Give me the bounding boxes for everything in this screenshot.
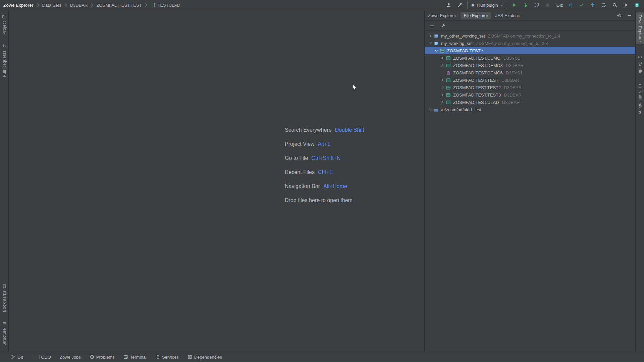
statusbar-terminal[interactable]: Terminal xyxy=(123,355,147,360)
dataset-icon xyxy=(446,93,451,98)
chevron-down-icon[interactable] xyxy=(434,48,439,53)
edit-settings-button[interactable] xyxy=(440,22,447,29)
statusbar-todo[interactable]: TODO xyxy=(32,355,51,360)
add-icon xyxy=(429,23,435,28)
run-configuration-select[interactable]: Run plugin xyxy=(467,1,507,9)
stripe-item-structure[interactable]: Structure xyxy=(1,319,8,348)
stripe-item-notifications[interactable]: Notifications xyxy=(636,82,644,116)
hide-tool-window-button[interactable] xyxy=(626,12,633,19)
left-tool-stripe: ProjectPull Requests BookmarksStructure xyxy=(0,10,9,352)
debug-button[interactable] xyxy=(522,1,529,9)
services-icon xyxy=(155,355,160,359)
add-button[interactable] xyxy=(429,22,435,29)
chevron-down-icon xyxy=(500,3,504,7)
statusbar-zowe-jobs[interactable]: Zowe Jobs xyxy=(60,355,81,360)
tree-item-zosmfad-test-test2[interactable]: ZOSMFAD.TEST.TEST2D3DBAR xyxy=(425,84,635,91)
editor-hint: Recent FilesCtrl+E xyxy=(285,169,364,176)
commit-icon xyxy=(579,2,584,8)
tree-item-zosmfad-test-[interactable]: ZOSMFAD.TEST.* xyxy=(425,47,635,54)
run-button[interactable] xyxy=(511,1,518,9)
chevron-right-icon[interactable] xyxy=(440,100,445,105)
tree-item-my-other-working-set[interactable]: my_other_working_setZOSMFAD on my_connec… xyxy=(425,32,635,40)
search-everywhere-button[interactable] xyxy=(611,1,619,9)
hint-label: Project View xyxy=(285,141,315,147)
breadcrumb-item-zowe-explorer[interactable]: Zowe Explorer xyxy=(3,3,34,8)
editor-hint: Go to FileCtrl+Shift+N xyxy=(285,155,364,162)
run-icon xyxy=(512,2,517,8)
pull-requests-icon xyxy=(2,44,7,49)
tree-item-detail: D3DBAR xyxy=(502,100,520,105)
statusbar-label: Terminal xyxy=(130,355,147,360)
recent-history-button[interactable] xyxy=(600,1,607,9)
hint-shortcut: Alt+1 xyxy=(318,141,330,147)
breadcrumb-item-data-sets[interactable]: Data Sets xyxy=(42,3,61,8)
push-button[interactable] xyxy=(589,1,596,9)
build-button[interactable] xyxy=(456,1,464,9)
stripe-item-gradle[interactable]: Gradle xyxy=(636,53,644,76)
chevron-right-icon[interactable] xyxy=(440,93,445,97)
hint-label: Navigation Bar xyxy=(285,183,320,189)
ide-window: Zowe ExplorerData SetsD3DBARZOSMFAD.TEST… xyxy=(0,0,644,362)
settings-gear-button[interactable] xyxy=(616,12,623,19)
editor-hint: Navigation BarAlt+Home xyxy=(285,183,364,190)
user-menu-icon xyxy=(446,2,451,8)
breadcrumb-item-d3dbar[interactable]: D3DBAR xyxy=(70,3,88,8)
tree-item-detail: ZOSMFAD on my_connection_to_2.3 xyxy=(476,41,548,46)
tree-item-label: ZOSMFAD.TEST.TEST xyxy=(453,78,498,83)
statusbar-problems[interactable]: Problems xyxy=(90,355,115,360)
editor-hint: Project ViewAlt+1 xyxy=(285,141,364,147)
stripe-item-project[interactable]: Project xyxy=(1,12,8,37)
chevron-right-icon[interactable] xyxy=(440,56,445,60)
tree-item-my-working-set[interactable]: my_working_setZOSMFAD on my_connection_t… xyxy=(425,40,635,47)
chevron-right-icon[interactable] xyxy=(440,63,445,68)
user-avatar-button[interactable] xyxy=(633,1,641,9)
stripe-item-zowe-explorer[interactable]: Zowe Explorer xyxy=(636,12,644,44)
statusbar-label: Zowe Jobs xyxy=(60,355,81,360)
tree-item-label: ZOSMFAD.TEST.DEMO3 xyxy=(453,63,503,68)
right-stripe-middle-group: GradleNotifications xyxy=(636,53,644,350)
stripe-label: Project xyxy=(2,21,7,35)
stripe-item-pull-requests[interactable]: Pull Requests xyxy=(1,42,8,79)
hide-tool-window-icon xyxy=(627,13,632,18)
hint-shortcut: Double Shift xyxy=(335,127,364,133)
editor-empty-state[interactable]: Search EverywhereDouble ShiftProject Vie… xyxy=(9,10,425,352)
tree-item-zosmfad-test-demo[interactable]: ZOSMFAD.TEST.DEMOD3SYS1 xyxy=(425,54,635,62)
statusbar-label: Git xyxy=(17,355,23,360)
tree-item--u-zosmfad-ulad-test[interactable]: /u/zosmfad/ulad_test xyxy=(425,106,635,113)
statusbar-git[interactable]: Git xyxy=(11,355,23,360)
push-icon xyxy=(590,2,595,8)
tree-item-zosmfad-test-demo3[interactable]: ZOSMFAD.TEST.DEMO3D3DBAR xyxy=(425,62,635,69)
breadcrumb-separator-icon xyxy=(89,2,95,8)
working-set-icon xyxy=(434,34,439,39)
tree-item-zosmfad-test-test3[interactable]: ZOSMFAD.TEST.TEST3D3DBAR xyxy=(425,91,635,99)
main-area: ProjectPull Requests BookmarksStructure … xyxy=(0,10,644,352)
tree-item-zosmfad-test-test[interactable]: ZOSMFAD.TEST.TESTD3DBAR xyxy=(425,76,635,84)
stripe-label: Notifications xyxy=(638,90,642,114)
main-toolbar: Zowe ExplorerData SetsD3DBARZOSMFAD.TEST… xyxy=(0,0,644,10)
update-project-button[interactable] xyxy=(567,1,574,9)
statusbar-services[interactable]: Services xyxy=(155,355,179,360)
breadcrumb-item-testulad[interactable]: TESTULAD xyxy=(151,2,180,8)
chevron-right-icon[interactable] xyxy=(440,78,445,82)
chevron-right-icon[interactable] xyxy=(428,107,433,112)
tree-item-detail: D3DBAR xyxy=(501,78,519,83)
tab-file-explorer[interactable]: File Explorer xyxy=(461,12,491,19)
chevron-down-icon[interactable] xyxy=(428,41,433,46)
right-stripe-top-group: Zowe Explorer xyxy=(636,12,644,44)
user-menu-button[interactable] xyxy=(445,1,452,9)
chevron-right-icon[interactable] xyxy=(440,85,445,90)
chevron-right-icon[interactable] xyxy=(428,34,433,38)
stop-button[interactable] xyxy=(544,1,551,9)
tab-jes-explorer[interactable]: JES Explorer xyxy=(492,12,524,19)
run-with-coverage-button[interactable] xyxy=(533,1,540,9)
stripe-item-bookmarks[interactable]: Bookmarks xyxy=(1,282,8,314)
tree-item-zosmfad-test-ulad[interactable]: ZOSMFAD.TEST.ULADD3DBAR xyxy=(425,99,635,106)
commit-button[interactable] xyxy=(578,1,585,9)
dataset-icon xyxy=(446,56,451,61)
breadcrumb-item-zosmfad-test-test[interactable]: ZOSMFAD.TEST.TEST xyxy=(96,3,142,8)
run-with-coverage-icon xyxy=(534,2,539,8)
settings-gear-button[interactable] xyxy=(622,1,630,9)
notifications-icon xyxy=(638,84,642,88)
tree-item-zosmfad-test-demo6[interactable]: ZOSMFAD.TEST.DEMO6D3SYS1 xyxy=(425,69,635,76)
statusbar-dependencies[interactable]: Dependencies xyxy=(187,355,222,360)
